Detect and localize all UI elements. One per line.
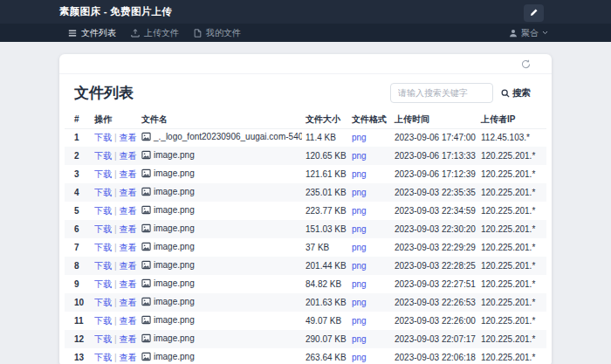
image-icon [141,187,151,196]
nav-item-upload[interactable]: 上传文件 [131,27,179,39]
download-link[interactable]: 下载 [94,243,112,252]
row-filename: image.png [141,238,306,257]
row-format: png [352,202,395,220]
row-format: png [352,183,395,202]
view-link[interactable]: 查看 [120,151,137,161]
search-button-label: 搜索 [512,87,531,100]
row-upload-time: 2023-09-03 22:35:35 [395,183,481,202]
refresh-button[interactable] [521,59,531,69]
search-input[interactable] [390,83,493,103]
row-filename: image.png [141,165,306,183]
row-size: 84.82 KB [306,275,352,293]
view-link[interactable]: 查看 [120,279,137,289]
row-format: png [352,238,395,257]
download-link[interactable]: 下载 [94,298,112,307]
row-upload-time: 2023-09-03 22:07:17 [395,330,481,348]
download-link[interactable]: 下载 [94,279,112,289]
image-icon [141,315,151,325]
download-link[interactable]: 下载 [94,353,112,362]
view-link[interactable]: 查看 [120,224,137,234]
nav-item-file-list[interactable]: 文件列表 [68,27,116,39]
download-link[interactable]: 下载 [94,334,112,344]
filename-text: image.png [154,187,195,196]
view-link[interactable]: 查看 [120,353,137,362]
row-filename: image.png [141,183,306,202]
row-index: 13 [65,348,94,364]
row-actions: 下载|查看 [94,330,141,348]
format-link[interactable]: png [352,243,367,252]
table-row: 7 下载|查看 image.png 37 KB png [65,238,546,257]
format-link[interactable]: png [352,188,367,197]
search-button[interactable]: 搜索 [501,87,531,100]
row-upload-time: 2023-09-03 22:26:53 [395,293,481,312]
view-link[interactable]: 查看 [120,316,137,326]
action-separator: | [114,243,117,252]
table-row: 2 下载|查看 image.png 120.65 KB png [65,147,546,165]
view-link[interactable]: 查看 [120,206,137,216]
table-row: 4 下载|查看 image.png 235.01 KB png [65,183,546,202]
view-link[interactable]: 查看 [120,334,137,344]
image-icon [141,333,151,343]
row-upload-time: 2023-09-03 22:29:29 [395,238,481,257]
view-link[interactable]: 查看 [120,188,137,197]
row-index: 3 [65,165,94,183]
nav-item-label: 我的文件 [206,27,241,39]
row-format: png [352,330,395,348]
card-toolbar [59,54,552,74]
theme-toggle-button[interactable] [524,4,544,22]
view-link[interactable]: 查看 [120,243,137,252]
download-link[interactable]: 下载 [94,206,112,216]
row-uploader-ip: 120.225.201.* [481,165,546,183]
format-link[interactable]: png [352,353,367,362]
format-link[interactable]: png [352,279,367,289]
user-menu[interactable]: 聚合 [509,27,548,39]
filename-text: image.png [154,242,195,251]
format-link[interactable]: png [352,224,367,234]
view-link[interactable]: 查看 [120,298,137,307]
row-upload-time: 2023-09-03 22:28:25 [395,257,481,275]
row-size: 37 KB [306,238,352,257]
format-link[interactable]: png [352,133,367,142]
download-link[interactable]: 下载 [94,261,112,271]
row-actions: 下载|查看 [94,128,141,147]
row-uploader-ip: 120.225.201.* [481,293,546,312]
filename-text: image.png [154,297,195,306]
nav-item-my-files[interactable]: 我的文件 [194,27,241,39]
table-row: 12 下载|查看 image.png 290.07 KB png [65,330,546,348]
view-link[interactable]: 查看 [120,133,137,142]
table-row: 3 下载|查看 image.png 121.61 KB png [65,165,546,183]
format-link[interactable]: png [352,298,367,307]
view-link[interactable]: 查看 [120,169,137,179]
view-link[interactable]: 查看 [120,261,137,271]
app-header: 素颜图床 - 免费图片上传 [0,0,611,24]
row-upload-time: 2023-09-06 17:47:00 [395,128,481,147]
image-icon [141,150,151,160]
format-link[interactable]: png [352,334,367,344]
download-link[interactable]: 下载 [94,169,112,179]
format-link[interactable]: png [352,316,367,326]
download-link[interactable]: 下载 [94,151,112,161]
row-filename: image.png [141,293,306,312]
row-index: 1 [65,128,94,147]
row-actions: 下载|查看 [94,257,141,275]
row-format: png [352,312,395,330]
image-icon [141,205,151,215]
row-uploader-ip: 120.225.201.* [481,183,546,202]
format-link[interactable]: png [352,261,367,271]
row-actions: 下载|查看 [94,202,141,220]
download-link[interactable]: 下载 [94,133,112,142]
download-link[interactable]: 下载 [94,316,112,326]
download-link[interactable]: 下载 [94,188,112,197]
format-link[interactable]: png [352,206,367,216]
row-uploader-ip: 120.225.201.* [481,330,546,348]
row-filename: image.png [141,312,306,330]
nav-item-label: 上传文件 [144,27,179,39]
format-link[interactable]: png [352,169,367,179]
format-link[interactable]: png [352,151,367,161]
file-table-header: # 操作 文件名 文件大小 文件格式 上传时间 上传者IP [65,111,546,128]
row-uploader-ip: 120.225.201.* [481,257,546,275]
row-uploader-ip: 120.225.201.* [481,147,546,165]
user-icon [509,29,518,38]
row-filename: _._logo_font20230906_uugai.com-5408296-1… [141,128,306,147]
download-link[interactable]: 下载 [94,224,112,234]
